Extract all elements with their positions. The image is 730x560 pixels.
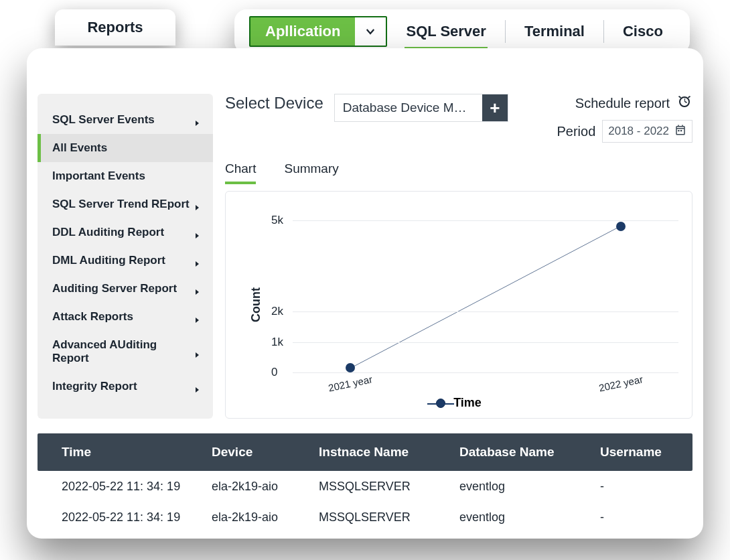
- chart-point: [346, 363, 355, 372]
- add-device-button[interactable]: +: [482, 94, 508, 121]
- sidebar-item[interactable]: Integrity Report: [38, 372, 213, 401]
- alarm-clock-icon: [676, 94, 692, 113]
- device-select[interactable]: Database Device MSSQL... +: [334, 94, 508, 122]
- chevron-right-icon: [194, 348, 201, 355]
- table-cell: 2022-05-22 11: 34: 19: [38, 480, 205, 494]
- sidebar-item[interactable]: DML Auditing Report: [38, 247, 213, 275]
- table-cell: ela-2k19-aio: [205, 510, 312, 524]
- schedule-report-label: Schedule report: [575, 96, 670, 111]
- chart-x-tick: 2022 year: [597, 373, 644, 394]
- reports-tab-label: Reports: [87, 19, 143, 36]
- chevron-right-icon: [194, 201, 201, 208]
- table-column-header: Device: [205, 445, 312, 460]
- sidebar-item[interactable]: SQL Server Events: [38, 106, 213, 134]
- subtab-summary[interactable]: Summary: [284, 161, 338, 184]
- sidebar-item-label: Important Events: [52, 169, 145, 183]
- sub-tabs: Chart Summary: [225, 161, 692, 184]
- table-row[interactable]: 2022-05-22 11: 34: 19ela-2k19-aioMSSQLSE…: [38, 471, 692, 502]
- chart-y-tick: 1k: [271, 336, 283, 349]
- main-panel: Select Device Database Device MSSQL... +…: [225, 94, 692, 419]
- table-row[interactable]: 2022-05-22 11: 34: 19ela-2k19-aioMSSQLSE…: [38, 502, 692, 533]
- period-picker: Period 2018 - 2022: [557, 120, 692, 143]
- sidebar-item[interactable]: Important Events: [38, 162, 213, 190]
- top-bar: Apllication SQL Server Terminal Cisco: [234, 9, 690, 54]
- sidebar: SQL Server EventsAll EventsImportant Eve…: [38, 94, 213, 419]
- tab-terminal[interactable]: Terminal: [523, 20, 586, 43]
- chart-y-label: Count: [249, 287, 263, 322]
- table-cell: 2022-05-22 11: 34: 19: [38, 510, 205, 524]
- table-cell: ela-2k19-aio: [205, 480, 312, 494]
- sidebar-item[interactable]: DDL Auditing Report: [38, 218, 213, 247]
- sidebar-item-label: Integrity Report: [52, 380, 137, 393]
- chevron-down-icon: [355, 17, 386, 46]
- subtab-chart[interactable]: Chart: [225, 161, 256, 184]
- main-card: SQL Server EventsAll EventsImportant Eve…: [27, 48, 703, 539]
- sidebar-item[interactable]: Advanced AUditing Report: [38, 331, 213, 372]
- chart-y-tick: 5k: [271, 214, 283, 227]
- table-header: TimeDeviceInstnace NameDatabase NameUser…: [38, 433, 692, 471]
- sidebar-item[interactable]: All Events: [38, 134, 213, 162]
- sidebar-item-label: SQL Server Trend REport: [52, 198, 190, 211]
- sidebar-item-label: Advanced AUditing Report: [52, 338, 194, 365]
- period-range[interactable]: 2018 - 2022: [602, 120, 692, 143]
- chevron-right-icon: [194, 117, 201, 123]
- sidebar-item[interactable]: Auditing Server Report: [38, 275, 213, 303]
- chart-x-tick: 2021 year: [327, 373, 374, 394]
- sidebar-item-label: SQL Server Events: [52, 113, 155, 127]
- tab-sql-server[interactable]: SQL Server: [405, 20, 487, 43]
- sidebar-item-label: Attack Reports: [52, 310, 133, 324]
- table-cell: eventlog: [453, 510, 593, 524]
- chevron-right-icon: [194, 229, 201, 236]
- chart-y-tick: 0: [271, 366, 277, 379]
- data-table: TimeDeviceInstnace NameDatabase NameUser…: [38, 433, 692, 533]
- reports-tab[interactable]: Reports: [55, 9, 175, 46]
- legend-marker: [436, 399, 445, 408]
- sidebar-item[interactable]: Attack Reports: [38, 303, 213, 331]
- table-cell: MSSQLSERVER: [312, 480, 453, 494]
- table-column-header: Username: [593, 445, 692, 460]
- application-dropdown[interactable]: Apllication: [249, 16, 387, 47]
- chevron-right-icon: [194, 383, 201, 390]
- divider: [505, 20, 506, 43]
- chevron-right-icon: [194, 257, 201, 264]
- chevron-right-icon: [194, 285, 201, 292]
- tab-cisco[interactable]: Cisco: [622, 20, 664, 43]
- calendar-icon: [674, 124, 686, 139]
- select-device-label: Select Device: [225, 94, 323, 113]
- chart-point: [616, 222, 626, 231]
- sidebar-item[interactable]: SQL Server Trend REport: [38, 190, 213, 218]
- application-dropdown-label: Apllication: [250, 17, 355, 46]
- chart: Count 2021 year2022 year Time 01k2k5k: [225, 191, 692, 419]
- period-range-value: 2018 - 2022: [608, 125, 669, 138]
- chart-x-label: Time: [453, 396, 482, 410]
- table-cell: eventlog: [453, 480, 593, 494]
- chevron-right-icon: [194, 313, 201, 320]
- table-column-header: Time: [38, 445, 205, 460]
- sidebar-item-label: Auditing Server Report: [52, 282, 177, 295]
- chart-y-tick: 2k: [271, 305, 283, 318]
- table-cell: -: [593, 480, 692, 494]
- schedule-report-button[interactable]: Schedule report: [575, 94, 692, 113]
- device-select-value: Database Device MSSQL...: [335, 100, 482, 115]
- table-column-header: Instnace Name: [312, 445, 453, 460]
- table-cell: MSSQLSERVER: [312, 510, 453, 524]
- sidebar-item-label: DDL Auditing Report: [52, 226, 164, 239]
- sidebar-item-label: All Events: [52, 141, 107, 155]
- period-label: Period: [557, 124, 595, 139]
- table-cell: -: [593, 510, 692, 524]
- sidebar-item-label: DML Auditing Report: [52, 254, 165, 267]
- divider: [603, 20, 604, 43]
- table-column-header: Database Name: [453, 445, 593, 460]
